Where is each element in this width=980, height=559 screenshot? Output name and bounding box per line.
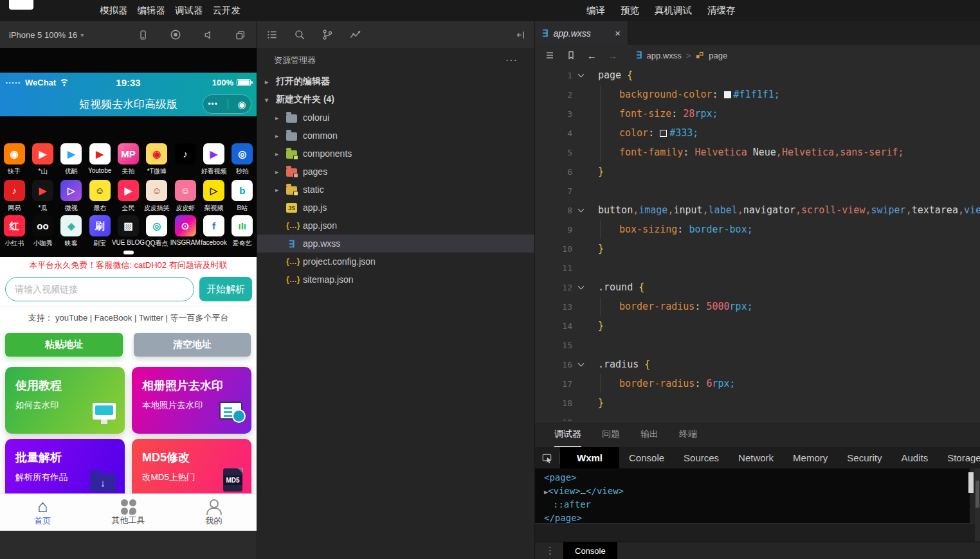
app-grid-item[interactable]: ☺皮皮虾 [171, 180, 199, 216]
app-grid-item[interactable]: ▶好看视频 [199, 143, 228, 179]
feature-card[interactable]: 批量解析解析所有作品↓ [5, 439, 125, 493]
app-grid-item[interactable]: oo小咖秀 [28, 215, 57, 251]
rotate-device-icon[interactable] [138, 30, 149, 40]
debugger-tab[interactable]: 调试器 [554, 429, 581, 447]
device-selector[interactable]: iPhone 5 100% 16 [9, 30, 77, 40]
menubar-item[interactable]: 真机调试 [655, 4, 692, 17]
devtools-tab-console[interactable]: Console [619, 447, 674, 468]
more-actions-icon[interactable]: ··· [505, 55, 518, 66]
wxml-tree[interactable]: <page>▶<view>…</view>::after</page> [535, 468, 970, 523]
feature-card[interactable]: MD5修改改MD5上热门MD5 [132, 439, 251, 493]
fold-marker[interactable] [572, 281, 589, 293]
menubar-item[interactable]: 编辑器 [138, 4, 166, 17]
tree-item-project.config.json[interactable]: {…}project.config.json [257, 253, 534, 271]
tree-item-sitemap.json[interactable]: {…}sitemap.json [257, 271, 534, 288]
editor-tab-app-wxss[interactable]: ∃ app.wxss × [535, 21, 628, 45]
feature-card[interactable]: 使用教程如何去水印 [5, 367, 125, 434]
inspect-element-icon[interactable] [535, 452, 559, 464]
capsule-menu[interactable]: ••• ◉ [203, 94, 251, 114]
app-grid-item[interactable]: ▨VUE BLOG [114, 215, 142, 251]
tree-item-app.wxss[interactable]: ∃app.wxss [257, 235, 534, 253]
tabbar-item-me[interactable]: 我的 [171, 494, 257, 531]
menubar-item[interactable]: 调试器 [175, 4, 203, 17]
app-grid-item[interactable]: ◎秒拍 [228, 143, 257, 179]
app-grid-item[interactable]: bB站 [228, 180, 257, 216]
menubar-item[interactable]: 模拟器 [100, 4, 128, 17]
debugger-tab[interactable]: 输出 [640, 429, 658, 447]
breadcrumb-file[interactable]: app.wxss [646, 51, 681, 60]
tree-item-common[interactable]: ▸common [257, 127, 534, 145]
more-dots-icon[interactable]: ••• [208, 100, 218, 108]
tabbar-item-tools[interactable]: 其他工具 [86, 494, 171, 531]
app-grid-item[interactable]: ◉快手 [0, 143, 28, 179]
debugger-tab[interactable]: 终端 [679, 429, 697, 447]
feature-card[interactable]: 相册照片去水印本地照片去水印 [132, 367, 251, 434]
app-grid-item[interactable]: ▷梨视频 [199, 180, 228, 216]
clear-address-button[interactable]: 清空地址 [134, 333, 251, 357]
app-grid-item[interactable]: ıIı爱奇艺 [228, 215, 257, 251]
close-icon[interactable]: × [615, 28, 621, 39]
devtools-tab-audits[interactable]: Audits [891, 447, 938, 468]
tree-item-components[interactable]: ▸components [257, 145, 534, 163]
file-list-icon[interactable] [266, 29, 278, 40]
app-grid-item[interactable]: ffacebook [199, 215, 228, 251]
collapse-panel-icon[interactable] [515, 30, 526, 40]
devtools-tab-storage[interactable]: Storage [938, 447, 980, 468]
fold-marker[interactable] [572, 204, 589, 216]
breadcrumb-symbol[interactable]: page [709, 51, 727, 60]
fold-marker[interactable] [572, 69, 589, 81]
tree-item-pages[interactable]: ▸pages [257, 163, 534, 181]
app-grid-item[interactable]: ⊙INSGRAM [171, 215, 199, 251]
app-grid-item[interactable]: ▶Youtobe [86, 143, 114, 179]
git-branch-icon[interactable] [322, 29, 333, 40]
tree-item-static[interactable]: ▸static [257, 181, 534, 199]
record-stop-icon[interactable] [170, 29, 181, 40]
parse-button[interactable]: 开始解析 [199, 277, 252, 301]
multi-window-icon[interactable] [235, 30, 246, 40]
app-grid-item[interactable]: ☺皮皮搞笑 [143, 180, 171, 216]
video-link-input[interactable] [5, 277, 194, 301]
menubar-item[interactable]: 云开发 [213, 4, 241, 17]
devtools-tab-memory[interactable]: Memory [783, 447, 837, 468]
bookmark-icon[interactable] [566, 50, 576, 60]
tree-section[interactable]: ▾新建文件夹 (4) [257, 91, 534, 109]
app-grid-item[interactable]: ▶优酷 [57, 143, 86, 179]
app-grid-item[interactable]: 刷刷宝 [86, 215, 114, 251]
code-area[interactable]: 1page {2background-color: #f1f1f1;3font-… [535, 66, 980, 421]
paste-address-button[interactable]: 粘贴地址 [5, 333, 123, 357]
tree-item-app.js[interactable]: JSapp.js [257, 199, 534, 217]
back-icon[interactable]: ← [587, 51, 597, 60]
app-grid-item[interactable]: ▶全民 [114, 180, 142, 216]
app-grid-item[interactable]: ◎QQ看点 [143, 215, 171, 251]
tree-section[interactable]: ▸打开的编辑器 [257, 73, 534, 91]
inner-scrollbar-thumb[interactable] [968, 472, 974, 493]
app-grid-item[interactable]: MP美拍 [114, 143, 142, 179]
devtools-tab-security[interactable]: Security [837, 447, 891, 468]
console-drawer-tab[interactable]: Console [563, 542, 617, 559]
app-grid-item[interactable]: ◉*T微博 [143, 143, 171, 179]
tree-item-colorui[interactable]: ▸colorui [257, 109, 534, 127]
app-grid-item[interactable]: 红小红书 [0, 215, 28, 251]
network-graph-icon[interactable] [349, 29, 361, 40]
outline-icon[interactable] [545, 50, 555, 60]
mute-speaker-icon[interactable] [203, 30, 213, 40]
devtools-tab-sources[interactable]: Sources [674, 447, 729, 468]
devtools-tab-network[interactable]: Network [729, 447, 783, 468]
exit-target-icon[interactable]: ◉ [238, 100, 246, 109]
kebab-menu-icon[interactable]: ⋮ [545, 545, 555, 556]
app-grid-item[interactable]: ♪网易 [0, 180, 28, 216]
search-icon[interactable] [294, 29, 305, 40]
menubar-item[interactable]: 编译 [586, 4, 605, 17]
fold-marker[interactable] [572, 359, 589, 370]
app-grid-item[interactable]: ☺最右 [86, 180, 114, 216]
app-grid-item[interactable]: ♪ [171, 143, 199, 179]
app-grid-item[interactable]: ▷微视 [57, 180, 86, 216]
tree-item-app.json[interactable]: {…}app.json [257, 217, 534, 235]
debugger-tab[interactable]: 问题 [602, 429, 620, 447]
menubar-item[interactable]: 预览 [621, 4, 639, 17]
menubar-item[interactable]: 清缓存 [707, 4, 736, 17]
scrollbar-thumb[interactable] [975, 481, 979, 508]
tabbar-item-home[interactable]: ⌂首页 [0, 494, 86, 531]
app-grid-item[interactable]: ▶*山 [28, 143, 57, 179]
app-grid-item[interactable]: ▶*瓜 [28, 180, 57, 216]
